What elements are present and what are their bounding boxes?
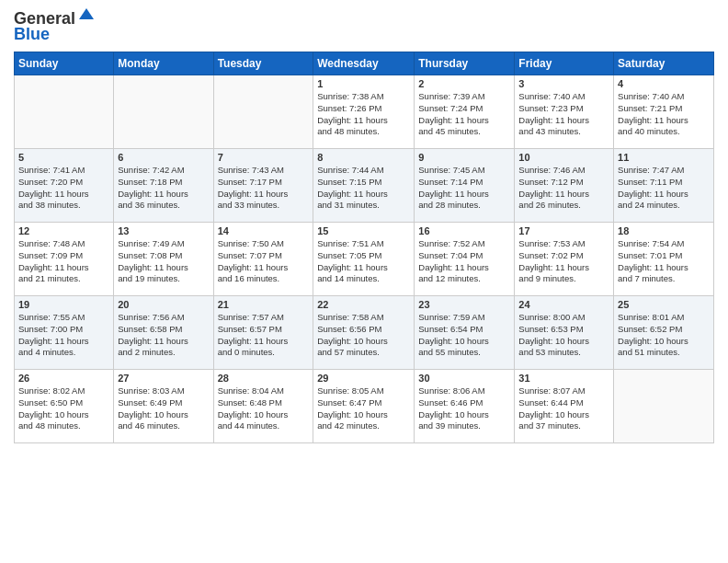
calendar-header-row: SundayMondayTuesdayWednesdayThursdayFrid…: [15, 52, 714, 75]
calendar-cell: 12Sunrise: 7:48 AM Sunset: 7:09 PM Dayli…: [15, 223, 114, 296]
calendar-cell: 28Sunrise: 8:04 AM Sunset: 6:48 PM Dayli…: [213, 370, 313, 443]
calendar-cell: 25Sunrise: 8:01 AM Sunset: 6:52 PM Dayli…: [614, 296, 714, 370]
day-number: 31: [518, 373, 609, 384]
logo-icon: [77, 6, 96, 25]
calendar-col-header: Tuesday: [213, 52, 313, 75]
day-number: 5: [18, 152, 109, 163]
day-info: Sunrise: 7:48 AM Sunset: 7:09 PM Dayligh…: [18, 238, 109, 285]
calendar-week-row: 26Sunrise: 8:02 AM Sunset: 6:50 PM Dayli…: [15, 370, 714, 443]
calendar-cell: 31Sunrise: 8:07 AM Sunset: 6:44 PM Dayli…: [515, 370, 614, 443]
calendar-cell: 13Sunrise: 7:49 AM Sunset: 7:08 PM Dayli…: [114, 223, 213, 296]
calendar-col-header: Thursday: [415, 52, 515, 75]
day-info: Sunrise: 8:04 AM Sunset: 6:48 PM Dayligh…: [218, 385, 310, 432]
day-info: Sunrise: 7:43 AM Sunset: 7:17 PM Dayligh…: [218, 165, 310, 212]
day-number: 6: [118, 152, 209, 163]
calendar-cell: 24Sunrise: 8:00 AM Sunset: 6:53 PM Dayli…: [515, 296, 614, 370]
calendar-cell: 20Sunrise: 7:56 AM Sunset: 6:58 PM Dayli…: [114, 296, 213, 370]
day-info: Sunrise: 7:59 AM Sunset: 6:54 PM Dayligh…: [418, 312, 510, 359]
calendar-col-header: Wednesday: [313, 52, 415, 75]
day-info: Sunrise: 7:39 AM Sunset: 7:24 PM Dayligh…: [418, 91, 510, 138]
day-info: Sunrise: 7:53 AM Sunset: 7:02 PM Dayligh…: [518, 238, 609, 285]
day-info: Sunrise: 7:45 AM Sunset: 7:14 PM Dayligh…: [418, 165, 510, 212]
day-number: 25: [618, 299, 710, 310]
calendar-week-row: 5Sunrise: 7:41 AM Sunset: 7:20 PM Daylig…: [15, 149, 714, 223]
calendar-cell: [114, 75, 213, 149]
calendar-cell: 5Sunrise: 7:41 AM Sunset: 7:20 PM Daylig…: [15, 149, 114, 223]
day-number: 8: [317, 152, 410, 163]
day-number: 1: [317, 78, 410, 89]
calendar-col-header: Saturday: [614, 52, 714, 75]
calendar-cell: 4Sunrise: 7:40 AM Sunset: 7:21 PM Daylig…: [614, 75, 714, 149]
calendar-cell: 8Sunrise: 7:44 AM Sunset: 7:15 PM Daylig…: [313, 149, 415, 223]
day-info: Sunrise: 7:47 AM Sunset: 7:11 PM Dayligh…: [618, 165, 710, 212]
day-number: 12: [18, 225, 109, 236]
calendar-cell: 3Sunrise: 7:40 AM Sunset: 7:23 PM Daylig…: [515, 75, 614, 149]
calendar-col-header: Sunday: [15, 52, 114, 75]
day-number: 20: [118, 299, 209, 310]
day-info: Sunrise: 7:52 AM Sunset: 7:04 PM Dayligh…: [418, 238, 510, 285]
header: General Blue: [14, 9, 714, 44]
day-info: Sunrise: 7:49 AM Sunset: 7:08 PM Dayligh…: [118, 238, 209, 285]
day-info: Sunrise: 8:05 AM Sunset: 6:47 PM Dayligh…: [317, 385, 410, 432]
day-number: 13: [118, 225, 209, 236]
day-number: 10: [518, 152, 609, 163]
day-info: Sunrise: 7:44 AM Sunset: 7:15 PM Dayligh…: [317, 165, 410, 212]
day-info: Sunrise: 7:40 AM Sunset: 7:23 PM Dayligh…: [518, 91, 609, 138]
calendar-table: SundayMondayTuesdayWednesdayThursdayFrid…: [14, 52, 714, 443]
day-info: Sunrise: 7:55 AM Sunset: 7:00 PM Dayligh…: [18, 312, 109, 359]
day-number: 2: [418, 78, 510, 89]
day-number: 7: [218, 152, 310, 163]
day-number: 19: [18, 299, 109, 310]
day-number: 23: [418, 299, 510, 310]
day-info: Sunrise: 7:51 AM Sunset: 7:05 PM Dayligh…: [317, 238, 410, 285]
day-info: Sunrise: 7:54 AM Sunset: 7:01 PM Dayligh…: [618, 238, 710, 285]
day-info: Sunrise: 7:56 AM Sunset: 6:58 PM Dayligh…: [118, 312, 209, 359]
calendar-cell: 15Sunrise: 7:51 AM Sunset: 7:05 PM Dayli…: [313, 223, 415, 296]
calendar-week-row: 19Sunrise: 7:55 AM Sunset: 7:00 PM Dayli…: [15, 296, 714, 370]
day-info: Sunrise: 8:02 AM Sunset: 6:50 PM Dayligh…: [18, 385, 109, 432]
calendar-cell: [15, 75, 114, 149]
day-info: Sunrise: 8:03 AM Sunset: 6:49 PM Dayligh…: [118, 385, 209, 432]
calendar-cell: 9Sunrise: 7:45 AM Sunset: 7:14 PM Daylig…: [415, 149, 515, 223]
day-number: 9: [418, 152, 510, 163]
day-info: Sunrise: 7:57 AM Sunset: 6:57 PM Dayligh…: [218, 312, 310, 359]
day-number: 21: [218, 299, 310, 310]
day-info: Sunrise: 7:42 AM Sunset: 7:18 PM Dayligh…: [118, 165, 209, 212]
calendar-cell: 18Sunrise: 7:54 AM Sunset: 7:01 PM Dayli…: [614, 223, 714, 296]
day-info: Sunrise: 8:01 AM Sunset: 6:52 PM Dayligh…: [618, 312, 710, 359]
calendar-cell: 11Sunrise: 7:47 AM Sunset: 7:11 PM Dayli…: [614, 149, 714, 223]
calendar-col-header: Monday: [114, 52, 213, 75]
calendar-col-header: Friday: [515, 52, 614, 75]
day-info: Sunrise: 7:58 AM Sunset: 6:56 PM Dayligh…: [317, 312, 410, 359]
day-number: 29: [317, 373, 410, 384]
calendar-cell: 2Sunrise: 7:39 AM Sunset: 7:24 PM Daylig…: [415, 75, 515, 149]
calendar-cell: [614, 370, 714, 443]
calendar-page: General Blue SundayMondayTuesdayWednesda…: [0, 0, 728, 563]
day-info: Sunrise: 7:46 AM Sunset: 7:12 PM Dayligh…: [518, 165, 609, 212]
day-number: 22: [317, 299, 410, 310]
calendar-cell: 27Sunrise: 8:03 AM Sunset: 6:49 PM Dayli…: [114, 370, 213, 443]
calendar-cell: 26Sunrise: 8:02 AM Sunset: 6:50 PM Dayli…: [15, 370, 114, 443]
calendar-cell: 16Sunrise: 7:52 AM Sunset: 7:04 PM Dayli…: [415, 223, 515, 296]
day-number: 28: [218, 373, 310, 384]
day-number: 16: [418, 225, 510, 236]
day-info: Sunrise: 7:40 AM Sunset: 7:21 PM Dayligh…: [618, 91, 710, 138]
logo: General Blue: [14, 9, 96, 44]
day-number: 11: [618, 152, 710, 163]
calendar-cell: 7Sunrise: 7:43 AM Sunset: 7:17 PM Daylig…: [213, 149, 313, 223]
day-info: Sunrise: 8:00 AM Sunset: 6:53 PM Dayligh…: [518, 312, 609, 359]
calendar-cell: 6Sunrise: 7:42 AM Sunset: 7:18 PM Daylig…: [114, 149, 213, 223]
day-info: Sunrise: 7:50 AM Sunset: 7:07 PM Dayligh…: [218, 238, 310, 285]
calendar-week-row: 12Sunrise: 7:48 AM Sunset: 7:09 PM Dayli…: [15, 223, 714, 296]
day-info: Sunrise: 8:06 AM Sunset: 6:46 PM Dayligh…: [418, 385, 510, 432]
calendar-cell: 29Sunrise: 8:05 AM Sunset: 6:47 PM Dayli…: [313, 370, 415, 443]
day-info: Sunrise: 7:38 AM Sunset: 7:26 PM Dayligh…: [317, 91, 410, 138]
day-number: 27: [118, 373, 209, 384]
day-number: 15: [317, 225, 410, 236]
day-info: Sunrise: 7:41 AM Sunset: 7:20 PM Dayligh…: [18, 165, 109, 212]
day-number: 17: [518, 225, 609, 236]
calendar-cell: 14Sunrise: 7:50 AM Sunset: 7:07 PM Dayli…: [213, 223, 313, 296]
svg-marker-0: [79, 8, 94, 19]
day-number: 14: [218, 225, 310, 236]
calendar-cell: [213, 75, 313, 149]
